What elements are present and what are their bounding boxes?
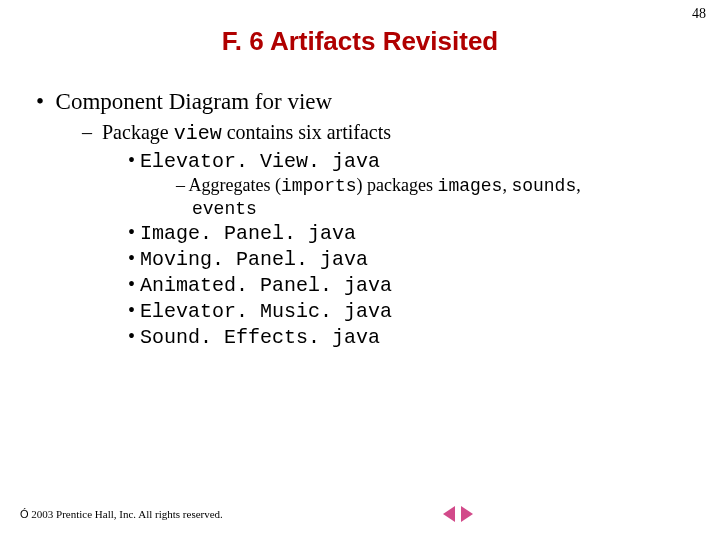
item3-text: Moving. Panel. java bbox=[140, 248, 368, 271]
slide-title: F. 6 Artifacts Revisited bbox=[0, 26, 720, 57]
bullet-item-2: • Image. Panel. java bbox=[128, 221, 700, 245]
lvl2-suffix: contains six artifacts bbox=[222, 121, 391, 143]
copyright-text: Ó 2003 Prentice Hall, Inc. All rights re… bbox=[20, 508, 223, 520]
lvl2-code: view bbox=[174, 122, 222, 145]
bullet-item-4: • Animated. Panel. java bbox=[128, 273, 700, 297]
bullet-item-1: • Elevator. View. java bbox=[128, 149, 700, 173]
item6-text: Sound. Effects. java bbox=[140, 326, 380, 349]
item1-text: Elevator. View. java bbox=[140, 150, 380, 173]
agg-events: events bbox=[192, 199, 257, 219]
prev-arrow-icon[interactable] bbox=[443, 506, 455, 522]
lvl1-text: Component Diagram for view bbox=[56, 89, 333, 114]
item5-text: Elevator. Music. java bbox=[140, 300, 392, 323]
item4-text: Animated. Panel. java bbox=[140, 274, 392, 297]
agg-mid: ) packages bbox=[357, 175, 438, 195]
agg-sounds: sounds bbox=[511, 176, 576, 196]
bullet-level1: • Component Diagram for view bbox=[36, 89, 700, 115]
agg-imports: imports bbox=[281, 176, 357, 196]
bullet-aggregates: – Aggregates (imports) packages images, … bbox=[176, 175, 700, 196]
bullet-aggregates-cont: events bbox=[192, 198, 700, 219]
bullet-level2: – Package view contains six artifacts bbox=[82, 121, 700, 145]
bullet-item-3: • Moving. Panel. java bbox=[128, 247, 700, 271]
agg-images: images bbox=[438, 176, 503, 196]
agg-prefix: Aggregates ( bbox=[189, 175, 281, 195]
slide-content: • Component Diagram for view – Package v… bbox=[36, 89, 700, 349]
footer: Ó 2003 Prentice Hall, Inc. All rights re… bbox=[20, 506, 473, 522]
lvl2-prefix: Package bbox=[102, 121, 174, 143]
bullet-item-6: • Sound. Effects. java bbox=[128, 325, 700, 349]
bullet-item-5: • Elevator. Music. java bbox=[128, 299, 700, 323]
agg-sep2: , bbox=[576, 175, 581, 195]
copyright-body: 2003 Prentice Hall, Inc. All rights rese… bbox=[29, 508, 223, 520]
next-arrow-icon[interactable] bbox=[461, 506, 473, 522]
item2-text: Image. Panel. java bbox=[140, 222, 356, 245]
copyright-symbol: Ó bbox=[20, 508, 29, 520]
page-number: 48 bbox=[692, 6, 706, 22]
nav-arrows bbox=[443, 506, 473, 522]
